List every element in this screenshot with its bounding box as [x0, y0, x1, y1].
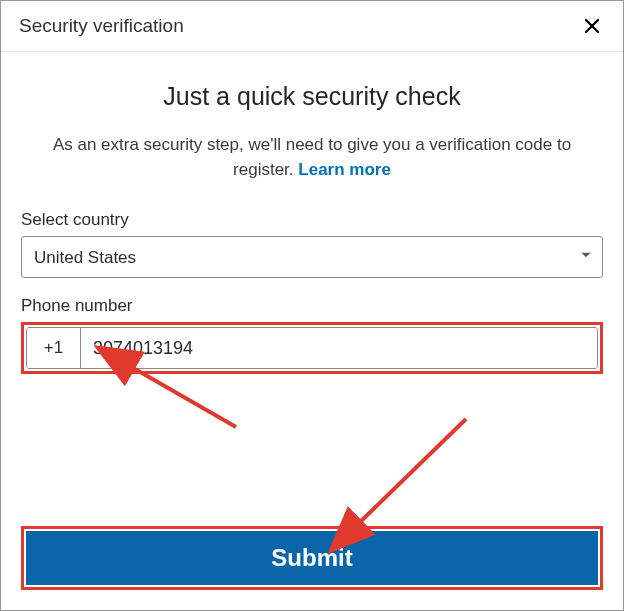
submit-highlight: Submit	[21, 526, 603, 590]
phone-field: +1	[26, 327, 598, 369]
modal-header: Security verification	[1, 1, 623, 52]
close-icon	[583, 23, 601, 38]
modal-title: Security verification	[19, 15, 184, 37]
close-button[interactable]	[579, 13, 605, 39]
phone-input[interactable]	[81, 328, 597, 368]
phone-label: Phone number	[21, 296, 603, 316]
svg-line-1	[356, 419, 466, 526]
learn-more-link[interactable]: Learn more	[298, 160, 391, 179]
country-label: Select country	[21, 210, 603, 230]
svg-line-0	[128, 365, 236, 427]
submit-button[interactable]: Submit	[26, 531, 598, 585]
page-heading: Just a quick security check	[21, 82, 603, 111]
page-subtext: As an extra security step, we'll need to…	[32, 133, 592, 182]
content-area: Just a quick security check As an extra …	[1, 52, 623, 182]
country-select[interactable]: United States	[21, 236, 603, 278]
phone-field-highlight: +1	[21, 322, 603, 374]
phone-prefix: +1	[27, 328, 81, 368]
country-select-wrap: United States	[21, 236, 603, 278]
form-area: Select country United States Phone numbe…	[1, 210, 623, 374]
annotation-arrow-icon	[341, 411, 481, 545]
